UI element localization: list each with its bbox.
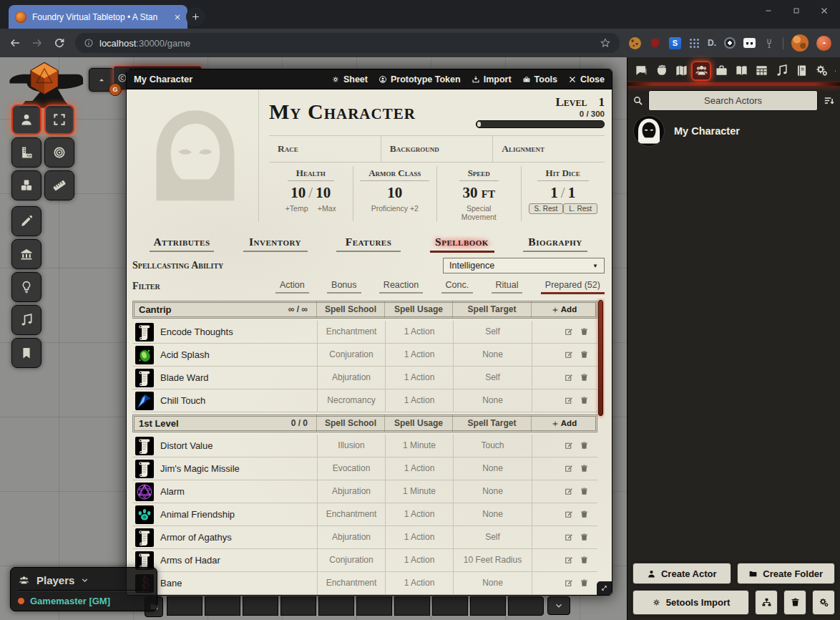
game-canvas[interactable]: G <box>0 57 840 620</box>
tools-button[interactable]: Tools <box>522 74 557 84</box>
spell-name[interactable]: Armor of Agathys <box>160 532 232 543</box>
close-button[interactable]: Close <box>568 74 605 84</box>
window-title-bar[interactable]: My Character Sheet Prototype Token <box>127 69 612 89</box>
tool-tiles[interactable] <box>11 239 41 269</box>
sidebar-tab-chat[interactable] <box>631 61 651 81</box>
armor-class-stat[interactable]: Armor Class 10 Proficiency +2 <box>353 166 437 221</box>
sidebar-tab-playlists[interactable] <box>771 61 791 81</box>
delete-spell-icon[interactable] <box>580 510 589 519</box>
sidebar-tab-scenes[interactable] <box>671 61 691 81</box>
spell-artwork-icon[interactable] <box>135 369 154 387</box>
spell-row[interactable]: Armor of Agathys Abjuration 1 Action Sel… <box>132 526 597 549</box>
players-header[interactable]: Players <box>18 570 150 590</box>
import-button[interactable]: Import <box>472 74 512 84</box>
edit-spell-icon[interactable] <box>564 578 573 588</box>
spell-name[interactable]: Arms of Hadar <box>160 555 220 566</box>
dots-extension-icon[interactable] <box>689 38 700 48</box>
create-folder-button[interactable]: Create Folder <box>737 563 836 584</box>
spellcasting-ability-select[interactable]: Intelligence▼ <box>443 258 605 273</box>
actor-list-item[interactable]: My Character <box>627 114 840 148</box>
macro-slot[interactable] <box>508 596 544 616</box>
search-input[interactable] <box>648 90 818 111</box>
spell-name[interactable]: Chill Touch <box>160 395 205 406</box>
sort-icon[interactable] <box>823 95 835 107</box>
short-rest-button[interactable]: S. Rest <box>529 203 564 214</box>
spell-name[interactable]: Distort Value <box>160 440 213 451</box>
bookmark-star-icon[interactable] <box>600 37 611 49</box>
sidebar-tab-actors[interactable] <box>691 61 711 81</box>
tool-select[interactable] <box>44 105 74 135</box>
spell-slots[interactable]: ∞ / ∞ <box>288 301 308 318</box>
macro-slot[interactable] <box>280 596 316 616</box>
edit-spell-icon[interactable] <box>564 373 573 382</box>
eye-extension-icon[interactable] <box>724 37 736 49</box>
edit-spell-icon[interactable] <box>564 464 573 473</box>
spell-name[interactable]: Blade Ward <box>160 372 208 383</box>
tool-measure[interactable] <box>44 170 74 200</box>
edit-spell-icon[interactable] <box>564 327 573 336</box>
macro-slot[interactable] <box>318 596 354 616</box>
spell-artwork-icon[interactable] <box>135 460 154 478</box>
tab-features[interactable]: Features <box>336 236 401 252</box>
delete-button[interactable] <box>783 590 806 615</box>
add-spell-button[interactable]: Add <box>531 415 597 432</box>
address-bar[interactable]: localhost:30000/game <box>75 33 620 53</box>
edit-spell-icon[interactable] <box>564 441 573 450</box>
robot-extension-icon[interactable] <box>743 38 756 48</box>
macro-slot[interactable] <box>356 596 392 616</box>
forward-icon[interactable] <box>31 37 44 49</box>
tool-ruler[interactable] <box>11 137 41 168</box>
d-extension-icon[interactable]: D. <box>708 38 716 48</box>
health-stat[interactable]: Health 10/10 +Temp+Max <box>269 166 353 221</box>
character-name[interactable]: My Character <box>269 95 465 124</box>
spell-row[interactable]: Alarm Abjuration 1 Minute None <box>132 480 597 503</box>
delete-spell-icon[interactable] <box>580 327 589 336</box>
add-spell-button[interactable]: Add <box>531 301 597 318</box>
spell-row[interactable]: Blade Ward Abjuration 1 Action Self <box>132 367 597 389</box>
close-window-icon[interactable] <box>820 6 829 15</box>
new-tab-button[interactable] <box>186 7 205 26</box>
folder-tree-button[interactable] <box>755 590 778 615</box>
tool-token[interactable] <box>11 105 41 135</box>
speed-stat[interactable]: Speed 30 ft Special Movement <box>436 166 521 221</box>
spell-artwork-icon[interactable] <box>135 505 154 524</box>
tab-spellbook[interactable]: Spellbook <box>430 236 494 253</box>
background-field[interactable]: Background <box>381 136 493 162</box>
tool-sounds[interactable] <box>11 305 41 335</box>
prototype-token-button[interactable]: Prototype Token <box>379 74 461 84</box>
spell-row[interactable]: Jim's Magic Missile Evocation 1 Action N… <box>132 457 597 480</box>
delete-spell-icon[interactable] <box>580 487 589 496</box>
hit-dice-stat[interactable]: Hit Dice 1/1 S. Rest L. Rest <box>521 166 605 221</box>
alignment-field[interactable]: Alignment <box>492 136 605 162</box>
sidebar-tab-settings[interactable] <box>811 61 831 81</box>
spell-artwork-icon[interactable] <box>135 392 154 410</box>
window-resize-handle[interactable] <box>597 581 612 595</box>
character-portrait[interactable] <box>132 89 259 221</box>
edit-spell-icon[interactable] <box>564 533 573 542</box>
delete-spell-icon[interactable] <box>580 441 589 450</box>
edit-spell-icon[interactable] <box>564 350 573 359</box>
site-info-icon[interactable] <box>84 38 94 48</box>
edit-spell-icon[interactable] <box>564 556 573 565</box>
minimize-icon[interactable] <box>764 6 773 15</box>
filter-reaction[interactable]: Reaction <box>379 278 423 294</box>
tool-target[interactable] <box>44 137 74 168</box>
long-rest-button[interactable]: L. Rest <box>563 203 597 214</box>
profile-avatar[interactable] <box>791 34 809 52</box>
player-list-item[interactable]: Gamemaster [GM] <box>18 591 150 610</box>
maximize-icon[interactable] <box>792 6 801 15</box>
filter-ritual[interactable]: Ritual <box>492 278 523 294</box>
tool-drawings[interactable] <box>11 206 41 236</box>
sidebar-tab-items[interactable] <box>711 61 731 81</box>
macro-slot[interactable] <box>205 596 240 616</box>
back-icon[interactable] <box>9 37 21 49</box>
spell-row[interactable]: Encode Thoughts Enchantment 1 Action Sel… <box>132 321 597 344</box>
browser-tab[interactable]: Foundry Virtual Tabletop • A Stan <box>9 5 187 29</box>
delete-spell-icon[interactable] <box>580 373 589 382</box>
spell-artwork-icon[interactable] <box>135 346 154 364</box>
macro-slot[interactable] <box>432 596 468 616</box>
settings-button[interactable] <box>812 590 835 615</box>
macro-slot[interactable] <box>470 596 506 616</box>
spell-row[interactable]: Chill Touch Necromancy 1 Action None <box>132 389 597 412</box>
spell-name[interactable]: Bane <box>160 578 182 588</box>
